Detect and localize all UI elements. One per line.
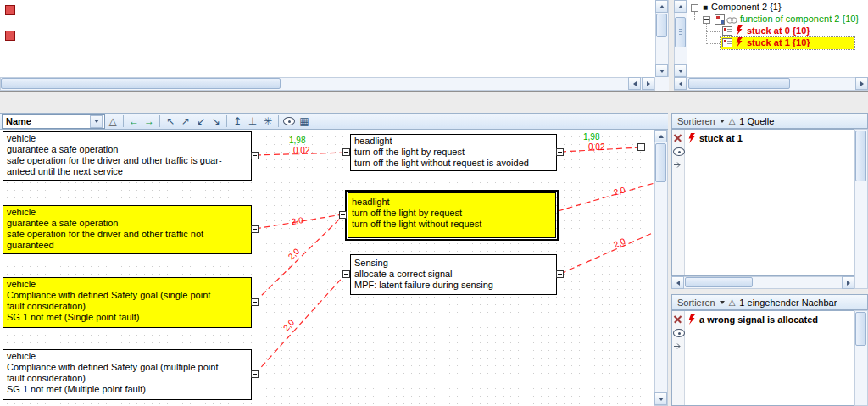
scroll-left-icon [676, 281, 680, 286]
scroll-down-button[interactable] [654, 392, 667, 405]
scroll-thumb[interactable] [675, 17, 686, 47]
diagram-canvas[interactable]: vehicle guarantee a safe operation safe … [0, 130, 654, 406]
exclude-button[interactable] [674, 314, 682, 325]
failure-bolt-icon [736, 25, 743, 36]
scroll-up-button[interactable] [655, 0, 668, 13]
sort-label[interactable]: Sortieren [677, 298, 715, 308]
tree-node-label: stuck at 1 {10} [747, 37, 810, 47]
sort-direction-button[interactable]: △ [105, 114, 120, 128]
exclude-button[interactable] [674, 133, 682, 143]
tree-node-function[interactable]: function of component 2 {10} [740, 14, 859, 24]
connection-weight-label: 1,98 [289, 136, 305, 145]
route-down-left-icon: ↙ [197, 115, 205, 127]
node-line: guarantee a safe operation [7, 218, 248, 229]
scroll-thumb[interactable] [685, 277, 753, 287]
sort-dropdown-icon[interactable] [720, 301, 725, 304]
x-icon [674, 134, 682, 142]
scroll-thumb[interactable] [655, 143, 666, 182]
node-line: turn off the light by request [354, 147, 553, 158]
collapse-handle[interactable] [251, 298, 259, 306]
tree-collapse-toggle[interactable] [703, 16, 710, 24]
source-panel-body[interactable] [671, 129, 854, 276]
connection-weight-label: 1,98 [583, 133, 599, 142]
sort-ascending-icon[interactable]: △ [729, 116, 736, 125]
connection-line[interactable] [255, 216, 342, 302]
goto-button[interactable] [674, 161, 684, 169]
scroll-up-button[interactable] [674, 0, 687, 13]
scroll-right-button[interactable] [855, 77, 868, 90]
scroll-thumb[interactable] [656, 14, 667, 37]
source-panel-header: Sortieren △ 1 Quelle [671, 113, 868, 129]
sort-ascending-icon[interactable]: △ [729, 298, 736, 307]
scroll-left-button[interactable] [671, 276, 684, 289]
source-item-label: stuck at 1 [699, 133, 743, 143]
eye-icon [673, 147, 685, 156]
diagram-node-multiple-point-fault[interactable]: vehicle Compliance with defined Safety g… [3, 349, 252, 400]
route-up-right-icon: ↗ [181, 115, 190, 127]
scroll-thumb[interactable] [688, 78, 790, 89]
route-up-right-button[interactable]: ↗ [178, 114, 193, 128]
diagram-node-sensing[interactable]: Sensing allocate a correct signal MPF: l… [350, 254, 557, 295]
incoming-count-label: 1 eingehender Nachbar [739, 298, 837, 308]
route-down-right-button[interactable]: ↘ [209, 114, 224, 128]
scroll-thumb[interactable] [1, 78, 281, 89]
tree-collapse-toggle[interactable] [691, 4, 698, 12]
align-bottom-button[interactable]: ⊥ [245, 114, 260, 128]
route-star-button[interactable]: ✳ [260, 114, 275, 128]
diagram-node-not-guaranteed[interactable]: vehicle guarantee a safe operation safe … [3, 205, 252, 254]
collapse-handle[interactable] [251, 152, 259, 159]
sort-dropdown-icon[interactable] [720, 120, 725, 123]
collapsed-node-marker[interactable] [5, 31, 15, 41]
source-item[interactable]: stuck at 1 [688, 133, 743, 143]
align-top-button[interactable]: ↥ [230, 114, 245, 128]
diagram-node-headlight-selected[interactable]: headlight turn off the light by request … [348, 192, 556, 238]
visibility-button[interactable] [281, 114, 297, 128]
nav-forward-button[interactable]: → [142, 114, 157, 128]
goto-button[interactable] [674, 342, 684, 350]
collapse-handle[interactable] [339, 211, 347, 219]
collapse-handle[interactable] [251, 225, 259, 233]
connection-line[interactable] [558, 183, 654, 211]
collapse-handle[interactable] [637, 143, 645, 151]
diagram-node-single-point-fault[interactable]: vehicle Compliance with defined Safety g… [3, 277, 252, 328]
visibility-button[interactable] [673, 329, 685, 339]
scroll-down-button[interactable] [655, 64, 668, 77]
diagram-node-headlight-avoided[interactable]: headlight turn off the light by request … [350, 134, 557, 171]
connection-weight-label: 2,0 [291, 216, 303, 226]
diagram-node-safe-operation[interactable]: vehicle guarantee a safe operation safe … [3, 131, 252, 181]
connection-weight-label: 0,02 [293, 147, 309, 155]
dropdown-button[interactable] [90, 115, 103, 128]
scroll-right-button[interactable] [642, 77, 654, 90]
collapse-handle[interactable] [342, 148, 350, 156]
name-field-dropdown[interactable]: Name [2, 114, 105, 129]
node-line: Compliance with defined Safety goal (mul… [7, 362, 248, 373]
overview-panel[interactable] [0, 0, 655, 77]
collapse-handle[interactable] [342, 270, 350, 278]
collapse-handle[interactable] [251, 370, 259, 378]
connection-line[interactable] [560, 232, 654, 274]
scroll-right-button[interactable] [842, 276, 854, 289]
node-line: Compliance with defined Safety goal (sin… [7, 290, 248, 301]
tree-node-stuck-at-1[interactable]: stuck at 1 {10} [736, 37, 810, 47]
collapse-handle[interactable] [556, 148, 564, 156]
grid-view-button[interactable]: ▦ [297, 114, 312, 128]
window-splitter[interactable] [0, 91, 868, 114]
tree-node-stuck-at-0[interactable]: stuck at 0 {10} [736, 25, 810, 36]
node-line: vehicle [7, 279, 248, 290]
collapsed-node-marker[interactable] [5, 5, 15, 15]
tree-node-component[interactable]: ■ Component 2 {1} [703, 2, 782, 12]
tree-connector [694, 12, 695, 20]
visibility-button[interactable] [673, 147, 685, 158]
route-up-left-button[interactable]: ↖ [163, 114, 178, 128]
collapse-handle[interactable] [556, 270, 564, 278]
scroll-left-button[interactable] [628, 77, 641, 90]
nav-back-button[interactable]: ← [126, 114, 142, 128]
incoming-item[interactable]: a wrong signal is allocated [688, 314, 818, 325]
route-down-left-button[interactable]: ↙ [193, 114, 209, 128]
sort-label[interactable]: Sortieren [677, 116, 715, 126]
scroll-thumb[interactable] [855, 131, 866, 181]
scroll-up-button[interactable] [654, 130, 667, 142]
scroll-thumb[interactable] [855, 312, 866, 346]
scroll-down-button[interactable] [674, 64, 687, 77]
scroll-left-button[interactable] [674, 77, 687, 90]
